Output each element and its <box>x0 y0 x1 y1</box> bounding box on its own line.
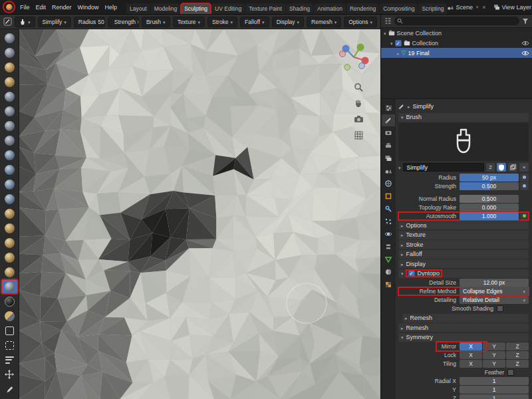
section-symmetry[interactable]: Symmetry <box>398 333 529 342</box>
new-scene-icon[interactable]: + <box>475 4 479 11</box>
brush-preview[interactable] <box>398 123 529 161</box>
tiling-x-button[interactable]: X <box>460 360 482 368</box>
tool-box-hide[interactable] <box>1 323 18 338</box>
properties-editor-icon[interactable] <box>382 102 395 114</box>
sculpt-viewport[interactable] <box>19 29 380 399</box>
mirror-x-button[interactable]: X <box>460 342 482 350</box>
autosmooth-slider[interactable]: 1.000 <box>460 212 519 220</box>
tab-sculpting[interactable]: Sculpting <box>181 3 211 15</box>
tab-constraint-properties[interactable] <box>382 241 395 253</box>
feather-checkbox[interactable] <box>507 369 514 376</box>
tab-layout[interactable]: Layout <box>126 3 150 15</box>
outliner-row-collection[interactable]: Collection <box>381 38 532 48</box>
tool-layer[interactable] <box>1 89 18 104</box>
tool-box-mask[interactable] <box>1 338 18 352</box>
outliner-editor-icon[interactable] <box>384 17 392 25</box>
tool-blob[interactable] <box>1 118 18 133</box>
outliner-row-scene-collection[interactable]: Scene Collection <box>381 28 532 38</box>
tool-mask[interactable] <box>1 294 18 309</box>
section-dyntopo[interactable]: Dyntopo <box>398 269 529 278</box>
detailing-dropdown[interactable]: Relative Detail <box>460 296 529 304</box>
brush-select-dropdown[interactable]: Simplify <box>38 17 71 27</box>
fake-user-shield-icon[interactable] <box>497 163 506 172</box>
tab-uv-editing[interactable]: UV Editing <box>211 3 245 15</box>
outliner-row-19-final[interactable]: ▽ 19 Final <box>381 48 532 58</box>
radial-y-field[interactable]: 1 <box>460 386 529 394</box>
editor-type-icon[interactable] <box>3 17 12 27</box>
filter-funnel-icon[interactable] <box>522 18 529 25</box>
section-brush[interactable]: Brush <box>398 113 529 122</box>
falloff-popover[interactable]: Falloff <box>240 17 269 27</box>
tab-material-properties[interactable] <box>382 266 395 278</box>
navigation-gizmo[interactable] <box>335 39 372 76</box>
radius-slider[interactable]: 50 px <box>460 174 519 182</box>
expand-arrow-icon[interactable] <box>390 40 393 47</box>
tool-clay[interactable] <box>1 60 18 74</box>
stroke-popover[interactable]: Stroke <box>207 17 237 27</box>
tool-scrape[interactable] <box>1 177 18 192</box>
scene-selector[interactable]: Scene + × <box>447 4 486 11</box>
brush-type-dropdown[interactable] <box>15 17 35 27</box>
tool-pose[interactable] <box>1 265 18 279</box>
section-texture[interactable]: Texture <box>398 231 529 239</box>
strength-slider[interactable]: 0.500 <box>460 182 519 190</box>
outliner-search-input[interactable] <box>394 17 519 25</box>
blender-icon[interactable] <box>4 2 15 13</box>
texture-popover[interactable]: Texture <box>173 17 205 27</box>
lock-z-button[interactable]: Z <box>506 351 529 359</box>
mirror-z-button[interactable]: Z <box>506 342 529 350</box>
unlink-scene-icon[interactable]: × <box>481 4 486 11</box>
tool-draw-sharp[interactable] <box>1 45 18 60</box>
view-layer-selector[interactable]: View Layer + × <box>493 4 532 11</box>
tab-physics-properties[interactable] <box>382 228 395 240</box>
normal-radius-slider[interactable]: 0.500 <box>460 195 519 203</box>
radius-pressure-icon[interactable] <box>520 174 529 182</box>
tab-particle-properties[interactable] <box>382 215 395 227</box>
tab-texture-paint[interactable]: Texture Paint <box>245 3 285 15</box>
tool-grab[interactable] <box>1 206 18 221</box>
tab-modeling[interactable]: Modeling <box>151 3 181 15</box>
lock-y-button[interactable]: Y <box>483 351 505 359</box>
tab-render-properties[interactable] <box>382 127 395 139</box>
radial-z-field[interactable]: 1 <box>460 394 529 399</box>
users-count-badge[interactable]: 2 <box>486 163 495 172</box>
tab-rendering[interactable]: Rendering <box>346 3 379 15</box>
grid-toggle-button[interactable] <box>352 129 364 141</box>
section-falloff[interactable]: Falloff <box>398 250 529 259</box>
tab-compositing[interactable]: Compositing <box>380 3 418 15</box>
tab-shading[interactable]: Shading <box>286 3 313 15</box>
menu-render[interactable]: Render <box>52 4 72 11</box>
mirror-y-button[interactable]: Y <box>483 342 505 350</box>
tab-object-data-properties[interactable] <box>382 253 395 265</box>
browse-brush-icon[interactable] <box>398 164 401 171</box>
menu-edit[interactable]: Edit <box>36 4 47 11</box>
tab-scene-properties[interactable] <box>382 165 395 177</box>
tool-thumb[interactable] <box>1 250 18 265</box>
tool-flatten[interactable] <box>1 162 18 177</box>
tab-object-properties[interactable] <box>382 190 395 202</box>
remesh-popover[interactable]: Remesh <box>307 17 341 27</box>
radius-slider[interactable]: Radius 50 px <box>74 17 105 27</box>
autosmooth-pressure-icon[interactable] <box>520 212 529 220</box>
camera-view-button[interactable] <box>352 113 364 125</box>
tool-move[interactable] <box>1 367 18 382</box>
lock-x-button[interactable]: X <box>460 351 482 359</box>
duplicate-brush-icon[interactable] <box>508 163 517 172</box>
tab-output-properties[interactable] <box>382 140 395 152</box>
section-remesh-sub[interactable]: Remesh <box>402 314 529 323</box>
unlink-brush-icon[interactable]: × <box>519 163 529 172</box>
zoom-button[interactable] <box>352 81 364 93</box>
eye-icon[interactable] <box>521 51 529 56</box>
expand-arrow-icon[interactable] <box>397 50 400 57</box>
section-remesh[interactable]: Remesh <box>398 323 529 332</box>
strength-pressure-icon[interactable] <box>520 182 529 190</box>
expand-arrow-icon[interactable] <box>384 30 386 37</box>
tool-annotate[interactable] <box>1 382 18 396</box>
tab-animation[interactable]: Animation <box>314 3 346 15</box>
tool-mesh-filter[interactable] <box>1 352 18 367</box>
smooth-shading-checkbox[interactable] <box>497 305 503 312</box>
options-popover[interactable]: Options <box>344 17 377 27</box>
tab-texture-properties[interactable] <box>382 279 395 291</box>
tab-view-layer-properties[interactable] <box>382 152 395 164</box>
pan-button[interactable] <box>352 97 364 109</box>
